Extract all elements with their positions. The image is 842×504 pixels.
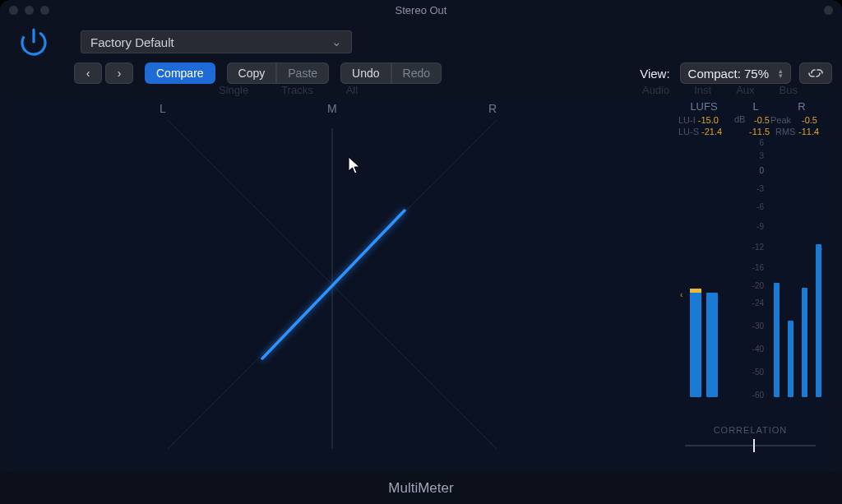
head-lufs: LUFS	[675, 100, 733, 113]
paste-button[interactable]: Paste	[276, 62, 329, 84]
peak-r: -0.5	[802, 115, 817, 125]
tick: 3	[759, 150, 764, 160]
rms-r: -11.4	[798, 127, 819, 136]
db-label: dB	[734, 114, 745, 124]
prev-preset-button[interactable]: ‹	[74, 62, 102, 84]
ghost-audio: Audio	[642, 84, 669, 96]
tick: 0	[759, 166, 764, 175]
window-traffic-lights	[9, 6, 49, 15]
traffic-close-icon[interactable]	[9, 6, 18, 15]
meters-graph[interactable]: 6 3 0 -3 -6 -9 -12 -16 -20 -24 -30 -40 -…	[675, 142, 826, 397]
rms-l: -11.5	[749, 127, 770, 136]
redo-button[interactable]: Redo	[391, 62, 442, 84]
link-icon	[807, 67, 825, 79]
ghost-inst: Inst	[694, 84, 711, 96]
plugin-footer: MultiMeter	[0, 473, 842, 504]
window-title: Stereo Out	[396, 4, 447, 16]
tick: -9	[756, 222, 764, 231]
tick: -3	[756, 183, 764, 192]
chevron-down-icon: ⌄	[331, 35, 342, 49]
tick: -30	[752, 321, 764, 331]
power-icon	[16, 25, 51, 59]
next-preset-button[interactable]: ›	[105, 62, 133, 84]
peak-l: -0.5	[754, 115, 770, 125]
chevron-left-icon: ‹	[86, 67, 90, 80]
lr-bars	[774, 142, 821, 397]
tick: -6	[756, 201, 764, 210]
meters-panel: LUFS L R LU-I-15.0 LU-S-21.4 dB -0.5 Pea…	[670, 97, 830, 469]
lu-i-key: LU-I	[678, 115, 696, 125]
gono-label-l: L	[160, 102, 166, 115]
gono-label-m: M	[327, 102, 337, 115]
rms-key: RMS	[775, 127, 795, 136]
bar-r-rms	[802, 288, 807, 397]
lu-i-val: -15.0	[698, 115, 719, 125]
bar-l-rms	[788, 321, 793, 397]
tick: -50	[752, 368, 764, 377]
bar-over-cap-icon	[690, 289, 701, 293]
tick: -20	[752, 280, 764, 289]
peak-key: Peak	[770, 115, 791, 125]
compare-button[interactable]: Compare	[145, 62, 215, 84]
gono-label-r: R	[488, 102, 497, 115]
link-button[interactable]	[799, 62, 832, 84]
head-r: R	[779, 100, 825, 113]
correlation-label: CORRELATION	[670, 425, 830, 435]
lufs-bars	[690, 142, 726, 397]
bar-lu-s	[706, 293, 718, 397]
view-label: View:	[640, 67, 669, 81]
undo-button[interactable]: Undo	[340, 62, 391, 84]
meter-scale: 6 3 0 -3 -6 -9 -12 -16 -20 -24 -30 -40 -…	[733, 142, 764, 397]
preset-label: Factory Default	[90, 35, 174, 49]
view-value: Compact: 75%	[688, 67, 769, 81]
meters-values: LU-I-15.0 LU-S-21.4 dB -0.5 Peak -0.5 -1…	[675, 113, 826, 141]
plugin-window: Stereo Out Factory Default ⌄ ‹	[0, 0, 842, 504]
ghost-bus: Bus	[780, 84, 798, 96]
bar-l-peak	[774, 283, 780, 398]
goniometer[interactable]: L M R	[12, 97, 670, 469]
plugin-header: Factory Default ⌄ ‹ › Compare Copy Paste…	[0, 20, 842, 105]
plugin-body: L M R LUFS L R LU-I-15.0 LU-S-21.4 dB -0…	[12, 97, 830, 469]
lu-s-val: -21.4	[701, 127, 722, 136]
traffic-min-icon[interactable]	[25, 6, 34, 15]
bar-lu-i	[690, 293, 701, 397]
view-dropdown[interactable]: Compact: 75% ▴▾	[680, 62, 791, 84]
chevron-right-icon: ›	[118, 67, 122, 80]
titlebar: Stereo Out	[0, 0, 842, 20]
head-l: L	[733, 100, 779, 113]
correlation-track	[685, 445, 816, 446]
correlation-meter[interactable]: CORRELATION	[670, 418, 830, 469]
svg-line-5	[262, 210, 405, 358]
stepper-icon: ▴▾	[779, 68, 783, 78]
meters-head: LUFS L R	[675, 100, 826, 113]
power-button[interactable]	[13, 21, 54, 62]
tick: -12	[752, 243, 764, 252]
window-dot-right	[824, 6, 833, 15]
tick: 6	[759, 138, 764, 147]
window-dot-icon	[824, 6, 833, 15]
correlation-indicator	[753, 439, 755, 452]
lufs-marker-icon	[677, 290, 682, 299]
goniometer-plot	[12, 120, 653, 457]
lu-s-key: LU-S	[678, 127, 699, 136]
preset-dropdown[interactable]: Factory Default ⌄	[81, 30, 352, 53]
tick: -60	[752, 390, 764, 399]
tick: -16	[752, 262, 764, 271]
ghost-aux: Aux	[736, 84, 754, 96]
copy-button[interactable]: Copy	[227, 62, 277, 84]
tick: -24	[752, 298, 764, 307]
bar-r-peak	[816, 244, 821, 397]
tick: -40	[752, 344, 764, 354]
plugin-name: MultiMeter	[388, 480, 453, 497]
traffic-max-icon[interactable]	[40, 6, 49, 15]
